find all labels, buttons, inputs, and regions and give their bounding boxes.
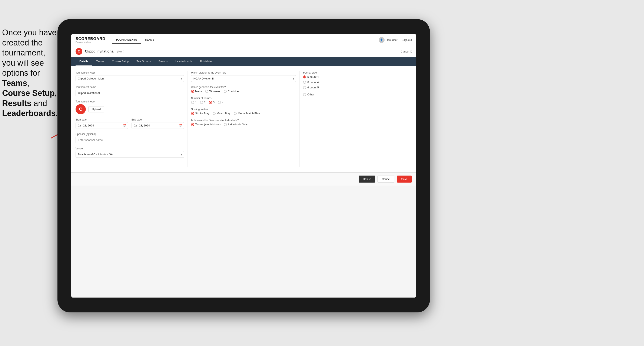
division-label: Which division is the event for? (191, 71, 296, 74)
save-button[interactable]: Save (397, 175, 412, 182)
teams-plus-radio[interactable] (191, 123, 194, 126)
rounds-group: Number of rounds 1 2 (191, 97, 296, 104)
format-other[interactable]: Other (303, 93, 408, 96)
nav-tournaments[interactable]: TOURNAMENTS (112, 36, 141, 44)
format-6count5-radio[interactable] (303, 86, 306, 89)
division-select[interactable]: NCAA Division III (191, 75, 296, 82)
start-date-wrapper: 📅 (76, 122, 128, 129)
calendar-icon: 📅 (123, 124, 126, 127)
gender-combined-radio[interactable] (224, 90, 227, 93)
gender-combined-label: Combined (228, 90, 240, 93)
form-col-3: Format type 5 count 4 6 count 4 (300, 71, 412, 167)
cancel-button[interactable]: Cancel (377, 175, 395, 182)
tab-tee-groups[interactable]: Tee Groups (132, 57, 154, 66)
main-nav: TOURNAMENTS TEAMS (112, 36, 158, 44)
tournament-logo-label: Tournament logo (76, 100, 184, 103)
delete-button[interactable]: Delete (358, 175, 375, 182)
scoring-medal-radio[interactable] (234, 112, 237, 115)
format-6count4[interactable]: 6 count 4 (303, 81, 408, 84)
form-area: Tournament Host Clippd College - Men Tou… (71, 66, 416, 172)
venue-select[interactable]: Peachtree GC - Atlanta - GA (76, 151, 184, 158)
format-other-label: Other (307, 93, 314, 96)
rounds-label: Number of rounds (191, 97, 296, 100)
scoring-match-radio[interactable] (212, 112, 216, 115)
tab-course-setup[interactable]: Course Setup (108, 57, 133, 66)
sponsor-input[interactable] (76, 137, 184, 143)
gender-combined[interactable]: Combined (224, 90, 240, 93)
nav-teams[interactable]: TEAMS (141, 36, 158, 44)
format-other-radio[interactable] (303, 93, 306, 96)
rounds-2[interactable]: 2 (200, 101, 206, 104)
scoring-stroke[interactable]: Stroke Play (191, 112, 209, 115)
tournament-icon: C (76, 48, 82, 55)
format-6count5[interactable]: 6 count 5 (303, 86, 408, 89)
scoring-medal[interactable]: Medal Match Play (234, 112, 260, 115)
tournament-host-label: Tournament Host (76, 71, 184, 74)
gender-womens-radio[interactable] (205, 90, 208, 93)
user-name: Test User (387, 38, 398, 41)
format-other-group: Other (303, 93, 408, 96)
gender-radio-group: Mens Womens Combined (191, 90, 296, 93)
sponsor-label: Sponsor (optional) (76, 133, 184, 136)
tablet-device: SCOREBOARD Powered by clippd TOURNAMENTS… (58, 19, 430, 312)
gender-womens-label: Womens (209, 90, 220, 93)
logo-upload-area: C Upload (76, 104, 184, 114)
cancel-header-button[interactable]: Cancel X (400, 50, 412, 53)
tab-teams[interactable]: Teams (92, 57, 108, 66)
rounds-3[interactable]: 3 (209, 101, 214, 104)
teams-plus-label: Teams (+Individuals) (195, 123, 221, 126)
teams-plus-individuals[interactable]: Teams (+Individuals) (191, 123, 221, 126)
end-date-group: End date 📅 (132, 118, 184, 129)
form-footer: Delete Cancel Save (71, 172, 416, 185)
rounds-1[interactable]: 1 (191, 101, 197, 104)
division-group: Which division is the event for? NCAA Di… (191, 71, 296, 82)
scoring-match[interactable]: Match Play (212, 112, 230, 115)
tab-printables[interactable]: Printables (196, 57, 216, 66)
upload-button[interactable]: Upload (88, 106, 104, 112)
scoring-medal-label: Medal Match Play (238, 112, 260, 115)
gender-womens[interactable]: Womens (205, 90, 220, 93)
format-6count5-label: 6 count 5 (307, 86, 319, 89)
venue-label: Venue (76, 147, 184, 150)
format-type-group: Format type 5 count 4 6 count 4 (303, 71, 408, 89)
individuals-only-label: Individuals Only (228, 123, 248, 126)
scoring-stroke-radio[interactable] (191, 112, 194, 115)
format-6count4-radio[interactable] (303, 81, 306, 84)
rounds-2-radio[interactable] (200, 101, 203, 104)
form-col-1: Tournament Host Clippd College - Men Tou… (76, 71, 188, 167)
gender-mens[interactable]: Mens (191, 90, 202, 93)
tournament-name: Clippd Invitational (85, 49, 114, 53)
tab-details[interactable]: Details (76, 57, 92, 66)
rounds-3-radio[interactable] (209, 101, 212, 104)
tournament-host-select[interactable]: Clippd College - Men (76, 75, 184, 82)
rounds-4[interactable]: 4 (218, 101, 224, 104)
annotation-text: Once you have created the tournament, yo… (0, 28, 60, 119)
tournament-host-select-wrapper: Clippd College - Men (76, 75, 184, 82)
gender-label: Which gender is the event for? (191, 86, 296, 89)
division-select-wrapper: NCAA Division III (191, 75, 296, 82)
gender-mens-radio[interactable] (191, 90, 194, 93)
start-date-group: Start date 📅 (76, 118, 128, 129)
gender-group: Which gender is the event for? Mens Wome… (191, 86, 296, 93)
content-area: C Clippd Invitational (Men) Cancel X Det… (71, 46, 416, 298)
individuals-only[interactable]: Individuals Only (224, 123, 248, 126)
end-date-wrapper: 📅 (132, 122, 184, 129)
venue-select-wrapper: Peachtree GC - Atlanta - GA (76, 151, 184, 158)
individuals-only-radio[interactable] (224, 123, 227, 126)
format-5count4[interactable]: 5 count 4 (303, 75, 408, 78)
rounds-radio-group: 1 2 3 4 (191, 101, 296, 104)
tournament-header: C Clippd Invitational (Men) Cancel X (71, 46, 416, 57)
start-date-input[interactable] (76, 122, 128, 129)
sponsor-group: Sponsor (optional) (76, 133, 184, 143)
tab-leaderboards[interactable]: Leaderboards (172, 57, 196, 66)
tab-results[interactable]: Results (155, 57, 172, 66)
format-5count4-radio[interactable] (303, 75, 306, 78)
rounds-4-radio[interactable] (218, 101, 221, 104)
format-5count4-label: 5 count 4 (307, 75, 319, 78)
rounds-1-radio[interactable] (191, 101, 194, 104)
sign-out-link[interactable]: Sign out (402, 38, 412, 41)
end-date-input[interactable] (132, 122, 184, 129)
logo-circle: C (76, 104, 86, 114)
tournament-name-group: Tournament name (76, 86, 184, 96)
tournament-name-input[interactable] (76, 90, 184, 96)
